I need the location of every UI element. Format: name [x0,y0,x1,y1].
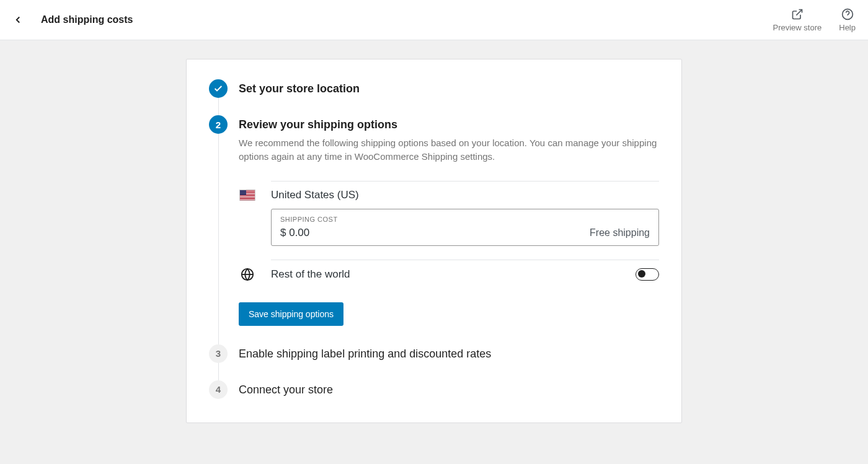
step-4-title: Connect your store [239,382,659,398]
back-button[interactable] [12,14,24,25]
globe-icon [241,268,254,281]
header-left: Add shipping costs [12,14,133,25]
shipping-cost-value: $ 0.00 [280,227,309,239]
us-flag-icon [239,190,255,201]
header-right: Preview store Help [773,8,856,32]
preview-store-label: Preview store [773,23,822,32]
help-icon [841,8,854,20]
external-link-icon [791,8,804,20]
zone-us-row: United States (US) [239,182,659,209]
connector [218,363,219,380]
step-1-marker-done [209,79,228,98]
svg-line-0 [796,9,802,15]
page-title: Add shipping costs [41,14,133,25]
zone-rest-label: Rest of the world [271,268,621,281]
step-3-marker: 3 [209,344,228,363]
free-shipping-tag: Free shipping [590,227,650,239]
step-2-title: Review your shipping options [239,116,659,133]
shipping-cost-input[interactable]: SHIPPING COST $ 0.00 Free shipping [271,209,659,246]
wizard-card: Set your store location 2 Review your sh… [186,59,682,423]
connector [218,98,219,115]
step-4-number: 4 [216,384,221,395]
save-shipping-button[interactable]: Save shipping options [239,302,343,326]
zone-rest-row: Rest of the world [239,260,659,289]
shipping-cost-label: SHIPPING COST [280,216,650,223]
help-label: Help [839,23,856,32]
step-3-number: 3 [216,348,221,359]
help-button[interactable]: Help [839,8,856,32]
step-2-marker-active: 2 [209,115,228,134]
top-header: Add shipping costs Preview store Help [0,0,868,40]
step-3: 3 Enable shipping label printing and dis… [209,344,659,380]
step-4-marker: 4 [209,380,228,399]
step-2: 2 Review your shipping options We recomm… [209,115,659,344]
toggle-knob [638,270,645,278]
step-3-title: Enable shipping label printing and disco… [239,346,659,362]
step-1-title: Set your store location [239,81,659,97]
step-2-description: We recommend the following shipping opti… [239,136,659,164]
step-4: 4 Connect your store [209,380,659,403]
step-1: Set your store location [209,79,659,115]
zone-us-label: United States (US) [271,189,659,201]
preview-store-button[interactable]: Preview store [773,8,822,32]
connector [218,134,219,344]
step-2-number: 2 [216,120,221,130]
chevron-left-icon [12,14,24,25]
check-icon [213,84,223,94]
rest-of-world-toggle[interactable] [636,268,659,281]
